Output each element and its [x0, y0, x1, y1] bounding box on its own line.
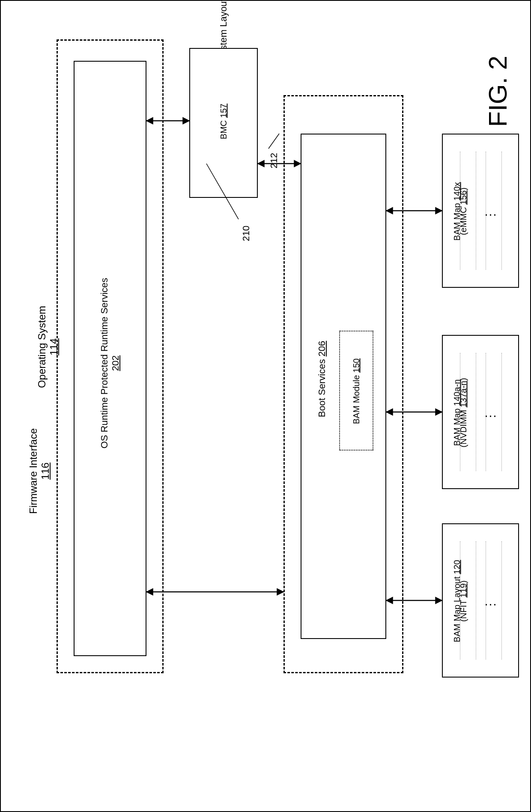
fw-label-text: Firmware Interface: [27, 428, 39, 514]
map1-sub-ref: 119: [459, 583, 468, 597]
figure-text: FIG. 2: [483, 56, 512, 127]
fw-label-ref: 116: [39, 463, 51, 480]
fw-group-label: Firmware Interface 116: [27, 415, 51, 527]
os-runtime-text: OS Runtime Protected Runtime Services 20…: [99, 271, 121, 455]
diagram-page: BAM System Layout 200 Operating System 1…: [0, 0, 531, 812]
map1-sub-open: (NFIT: [459, 600, 468, 622]
ref-212: 212: [268, 153, 280, 169]
runtime-ref: 202: [110, 355, 121, 371]
map3-sub-open: (eMMC: [459, 207, 468, 236]
bam-module-label: BAM Module: [352, 375, 361, 424]
os-label-ref: 114: [48, 338, 60, 355]
ref-210-text: 210: [241, 226, 251, 242]
map3-sub-close: ): [459, 188, 468, 191]
os-group-label: Operating System 114: [36, 291, 60, 403]
map1-sub-close: ): [459, 580, 468, 583]
map2-sub: (NVDIMM 137a-n): [459, 366, 468, 460]
bmc-label: BMC: [219, 120, 228, 139]
map2-sub-ref: 137a-n: [459, 381, 468, 407]
map2-sub-close: ): [459, 378, 468, 381]
bam-module-ref: 150: [352, 358, 361, 373]
runtime-text: OS Runtime Protected Runtime Services: [99, 278, 110, 449]
bmc-ref: 157: [219, 104, 228, 118]
map2-sub-open: (NVDIMM: [459, 410, 468, 448]
svg-line-7: [268, 134, 279, 149]
boot-ref: 206: [316, 341, 327, 357]
map2-dots: ⋮: [483, 408, 497, 422]
map1-dots: ⋮: [483, 596, 497, 611]
map1-sub: (NFIT 119): [459, 558, 468, 644]
bam-module-text: BAM Module 150: [352, 353, 361, 430]
os-label-text: Operating System: [36, 306, 48, 388]
map3-sub-ref: 156: [459, 191, 468, 205]
map3-dots: ⋮: [483, 206, 497, 221]
ref-212-text: 212: [268, 153, 279, 169]
bmc-text: BMC 157: [219, 94, 229, 149]
map3-sub: (eMMC 156): [459, 171, 468, 252]
ref-210: 210: [241, 226, 252, 242]
figure-label: FIG. 2: [483, 42, 513, 127]
boot-text: Boot Services: [316, 359, 327, 418]
boot-services-text: Boot Services 206: [316, 323, 328, 435]
